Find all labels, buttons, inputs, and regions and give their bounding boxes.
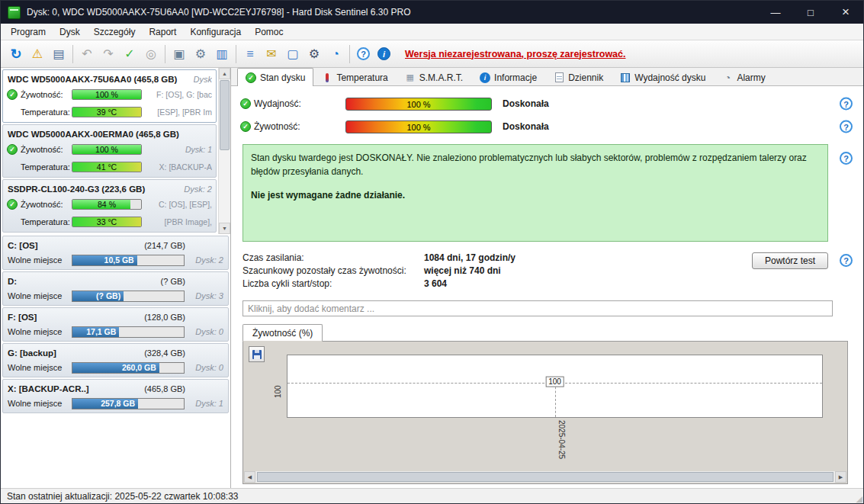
free-space-label: Wolne miejsce: [8, 399, 72, 408]
disk-tools-icon[interactable]: ▥: [211, 43, 233, 65]
scrollbar-thumb[interactable]: [220, 80, 230, 150]
free-space-label: Wolne miejsce: [8, 291, 72, 300]
scroll-right-icon[interactable]: ▶: [835, 471, 846, 483]
partition-entry-d[interactable]: D: (? GB) Wolne miejsce (? GB) Dysk: 3: [2, 271, 229, 306]
health-action-text: Nie jest wymagane żadne działanie.: [243, 178, 827, 201]
world-clock-icon[interactable]: ◔: [325, 43, 346, 65]
disk-entry-2[interactable]: SSDPR-CL100-240-G3 (223,6 GB) Dysk: 2 ✓ …: [2, 179, 217, 233]
health-label: Żywotność:: [21, 200, 72, 209]
partition-size: (214,7 GB): [144, 241, 223, 250]
health-description-text: Stan dysku twardego jest DOSKONAŁY. Nie …: [243, 145, 827, 178]
help-icon[interactable]: ?: [840, 98, 853, 111]
tab-dziennik[interactable]: Dziennik: [545, 69, 612, 85]
titlebar: Dysk: 0, WDC WD5000AAKX-75U6AA0 [WD-WCC2…: [1, 1, 863, 24]
health-label: Żywotność:: [21, 145, 72, 154]
tab-temperatura[interactable]: Temperatura: [313, 69, 396, 85]
tab-smart[interactable]: ▦ S.M.A.R.T.: [397, 69, 471, 85]
message-icon[interactable]: ✉: [261, 43, 282, 65]
disk-name: WDC WD5000AAKX-00ERMA0 (465,8 GB): [8, 130, 209, 139]
registration-notice-link[interactable]: Wersja niezarejestrowana, proszę zarejes…: [405, 49, 625, 59]
menu-konfiguracja[interactable]: Konfiguracja: [183, 24, 248, 40]
disk-search-icon[interactable]: ◎: [140, 43, 162, 65]
disk-entry-1[interactable]: WDC WD5000AAKX-00ERMA0 (465,8 GB) ✓ Żywo…: [2, 124, 217, 178]
scroll-left-icon[interactable]: ◀: [244, 471, 255, 483]
floppy-disk-icon: [252, 350, 262, 359]
temp-value: 33 °C: [72, 217, 141, 226]
report-icon[interactable]: ▤: [48, 43, 69, 65]
redo-icon[interactable]: ↷: [98, 43, 119, 65]
temp-label: Temperatura:: [21, 217, 72, 226]
toolbar: ↻ ⚠ ▤ ↶ ↷ ✓ ◎ ▣ ⚙ ▥ ≡ ✉ ▢ ⚙ ◔ ? i Wersja…: [1, 40, 863, 68]
free-space-value: 10,5 GB: [72, 255, 137, 265]
partition-entry-g[interactable]: G: [backup] (328,4 GB) Wolne miejsce 260…: [2, 343, 229, 377]
help-icon[interactable]: ?: [357, 47, 370, 60]
disk-accept-icon[interactable]: ✓: [119, 43, 140, 65]
disk-entry-0[interactable]: WDC WD5000AAKX-75U6AA0 (465,8 GB) Dysk ✓…: [2, 69, 217, 123]
main-panel: ✓ Stan dysku Temperatura ▦ S.M.A.R.T. i …: [231, 68, 863, 488]
minimize-button[interactable]: —: [758, 1, 793, 24]
undo-icon[interactable]: ↶: [76, 43, 98, 65]
help-icon[interactable]: ?: [840, 152, 853, 165]
performance-bar: 100 %: [345, 98, 492, 111]
partition-entry-c[interactable]: C: [OS] (214,7 GB) Wolne miejsce 10,5 GB…: [2, 236, 229, 270]
scrollbar-thumb[interactable]: [257, 472, 833, 482]
details-list-icon[interactable]: ≡: [239, 43, 261, 65]
refresh-icon[interactable]: ↻: [5, 43, 27, 65]
chart-scrollbar[interactable]: ◀ ▶: [244, 471, 846, 483]
comment-input[interactable]: [242, 300, 833, 316]
disk-volumes-note: [PBR Image],: [145, 217, 212, 226]
resize-grip[interactable]: ◢: [856, 495, 862, 503]
sidebar: WDC WD5000AAKX-75U6AA0 (465,8 GB) Dysk ✓…: [1, 68, 231, 488]
free-space-bar: 257,8 GB: [72, 398, 185, 409]
menu-dysk[interactable]: Dysk: [53, 24, 87, 40]
tab-informacje[interactable]: i Informacje: [471, 69, 545, 85]
performance-chart-icon: [620, 72, 631, 83]
chart-plot-area: 100: [287, 355, 823, 418]
tab-wydajnosc-dysku[interactable]: Wydajność dysku: [612, 69, 714, 85]
tab-alarmy[interactable]: ◔ Alarmy: [714, 69, 773, 85]
partition-name: F: [OS]: [8, 313, 144, 322]
health-chart: 100 100 2025-04-25 ◀ ▶: [242, 341, 848, 484]
scroll-down-icon[interactable]: ▼: [219, 223, 230, 234]
stat-label: Liczba cykli start/stop:: [242, 278, 424, 289]
free-space-bar: 17,1 GB: [72, 326, 185, 338]
settings-gear-icon[interactable]: ⚙: [304, 43, 325, 65]
partition-disk-number: Dysk: 0: [185, 327, 223, 336]
health-bar: 100 %: [345, 120, 492, 133]
help-icon[interactable]: ?: [840, 120, 853, 133]
menu-program[interactable]: Program: [4, 24, 53, 40]
chart-point-label: 100: [545, 377, 564, 387]
app-window: Dysk: 0, WDC WD5000AAKX-75U6AA0 [WD-WCC2…: [0, 0, 864, 504]
disk-name: SSDPR-CL100-240-G3 (223,6 GB): [8, 185, 181, 194]
retest-button[interactable]: Powtórz test: [752, 252, 828, 269]
free-space-label: Wolne miejsce: [8, 327, 72, 336]
health-label: Żywotność:: [21, 90, 72, 99]
gears-icon[interactable]: ⚙: [190, 43, 211, 65]
tab-stan-dysku[interactable]: ✓ Stan dysku: [237, 68, 313, 86]
health-description-box: Stan dysku twardego jest DOSKONAŁY. Nie …: [242, 144, 828, 242]
partition-name: G: [backup]: [8, 348, 144, 358]
scroll-up-icon[interactable]: ▲: [219, 68, 230, 79]
save-chart-button[interactable]: [249, 346, 265, 362]
stat-label: Czas zasilania:: [242, 252, 424, 263]
monitor-search-icon[interactable]: ▢: [282, 43, 304, 65]
tab-zywotnosc-chart[interactable]: Żywotność (%): [242, 324, 323, 342]
disk-scan-warning-icon[interactable]: ⚠: [27, 43, 48, 65]
help-icon[interactable]: ?: [840, 254, 853, 267]
menu-szczegoly[interactable]: Szczegóły: [87, 24, 143, 40]
info-circle-icon: i: [480, 72, 490, 83]
menu-raport[interactable]: Raport: [142, 24, 183, 40]
free-space-value: (? GB): [72, 291, 124, 301]
partition-disk-number: Dysk: 2: [185, 255, 223, 265]
info-icon[interactable]: i: [377, 47, 390, 60]
window-controls: — □ ×: [758, 1, 863, 24]
partition-entry-f[interactable]: F: [OS] (128,0 GB) Wolne miejsce 17,1 GB…: [2, 307, 229, 342]
menu-pomoc[interactable]: Pomoc: [248, 24, 290, 40]
health-bar: 100 %: [72, 89, 142, 100]
partition-size: (? GB): [161, 277, 223, 286]
partition-entry-x[interactable]: X: [BACKUP-ACR..] (465,8 GB) Wolne miejs…: [2, 379, 229, 413]
close-button[interactable]: ×: [828, 1, 863, 24]
disk-list-scrollbar[interactable]: ▲ ▼: [218, 68, 230, 234]
maximize-button[interactable]: □: [793, 1, 828, 24]
print-icon[interactable]: ▣: [169, 43, 190, 65]
